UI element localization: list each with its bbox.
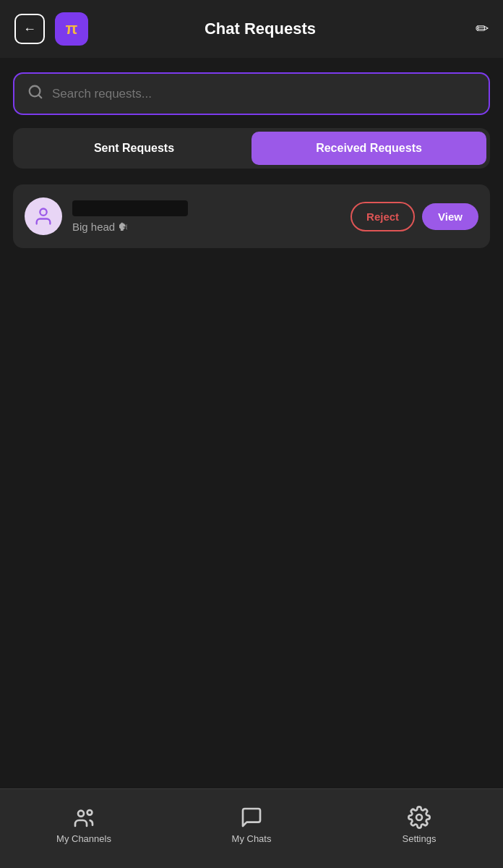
request-actions: Reject View <box>351 202 478 231</box>
nav-item-settings[interactable]: Settings <box>335 806 503 844</box>
svg-point-2 <box>40 209 46 216</box>
search-input[interactable] <box>52 87 476 101</box>
svg-point-5 <box>416 814 422 820</box>
request-item: Big head 🗣 Reject View <box>25 197 478 235</box>
search-icon <box>27 84 43 103</box>
request-info: Big head 🗣 <box>72 200 340 233</box>
requests-list: Big head 🗣 Reject View <box>13 184 490 248</box>
nav-item-chats[interactable]: My Chats <box>168 806 335 844</box>
svg-point-4 <box>87 810 93 815</box>
reject-button[interactable]: Reject <box>351 202 415 231</box>
settings-label: Settings <box>403 833 437 844</box>
nav-item-channels[interactable]: My Channels <box>0 806 168 844</box>
search-bar <box>13 72 490 115</box>
request-subtitle: Big head 🗣 <box>72 221 340 233</box>
back-button[interactable]: ← <box>14 14 45 44</box>
chats-icon <box>240 806 263 829</box>
channels-label: My Channels <box>56 833 111 844</box>
back-arrow-icon: ← <box>23 22 36 35</box>
header: ← π Chat Requests ✏ <box>0 0 503 58</box>
received-requests-tab[interactable]: Received Requests <box>252 132 486 165</box>
edit-icon[interactable]: ✏ <box>476 20 489 38</box>
sent-requests-tab[interactable]: Sent Requests <box>17 132 252 165</box>
tab-toggle: Sent Requests Received Requests <box>13 128 490 169</box>
main-content: Sent Requests Received Requests Big head… <box>0 58 503 263</box>
avatar <box>25 197 62 235</box>
svg-point-3 <box>78 811 84 817</box>
view-button[interactable]: View <box>422 203 478 230</box>
person-icon <box>33 206 53 226</box>
chats-label: My Chats <box>232 833 272 844</box>
svg-line-1 <box>38 95 41 98</box>
settings-icon <box>408 806 431 829</box>
bottom-nav: My Channels My Chats Settings <box>0 788 503 868</box>
page-title: Chat Requests <box>45 20 476 38</box>
redacted-name-bar <box>72 200 188 216</box>
search-container <box>13 72 490 115</box>
channels-icon <box>72 806 95 829</box>
